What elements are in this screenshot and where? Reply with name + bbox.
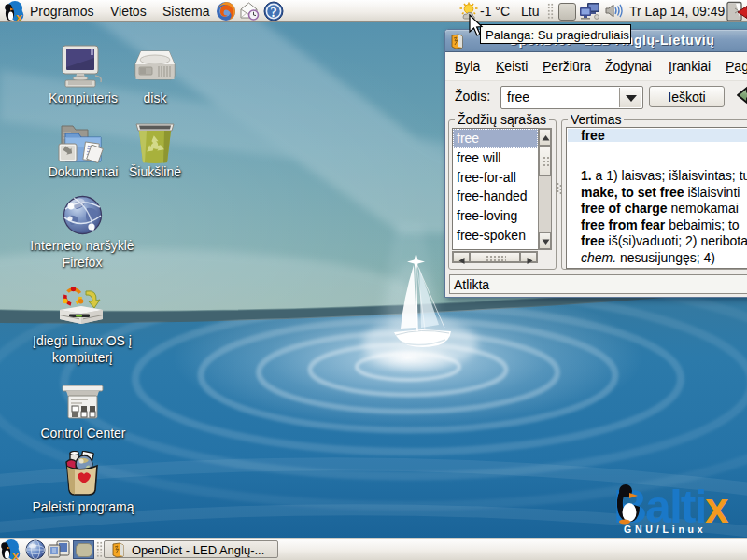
svg-text:?: ? <box>270 5 277 20</box>
svg-text:GNU/Linux: GNU/Linux <box>624 524 706 535</box>
svg-text:x: x <box>705 483 729 532</box>
svg-text:x: x <box>16 10 23 21</box>
svg-text:x: x <box>12 549 20 560</box>
